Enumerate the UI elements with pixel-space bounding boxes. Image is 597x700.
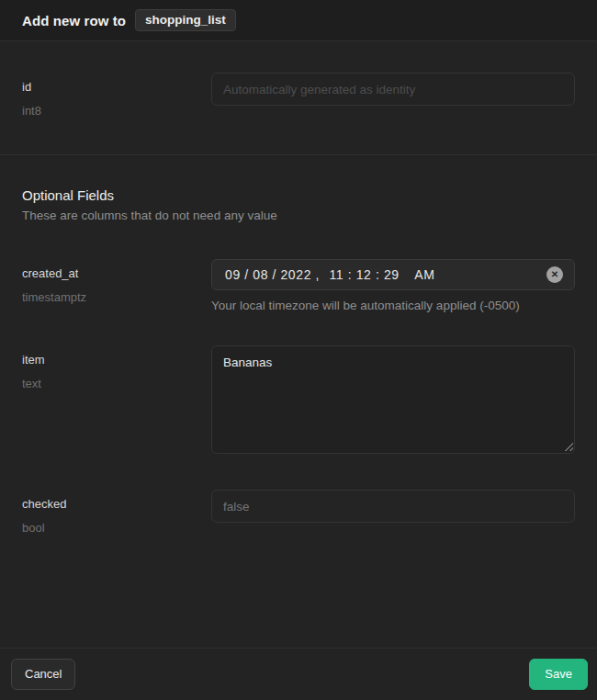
created-at-field-name: created_at (22, 266, 211, 281)
id-input-col (211, 73, 575, 118)
checked-input[interactable] (211, 490, 575, 523)
created-at-datetime-input[interactable]: 09 / 08 / 2022 , 11 : 12 : 29 AM ✕ (211, 259, 575, 290)
id-label-group: id int8 (22, 73, 211, 118)
id-field-type: int8 (22, 104, 211, 119)
checked-input-col (211, 490, 575, 535)
table-name-badge: shopping_list (135, 9, 236, 31)
panel-footer: Cancel Save (0, 648, 597, 700)
datetime-date-segment: 09 / 08 / 2022 , (225, 267, 320, 282)
created-at-field-type: timestamptz (22, 290, 211, 305)
field-row-id: id int8 (0, 73, 597, 118)
id-input[interactable] (211, 73, 575, 106)
panel-title: Add new row to (22, 13, 126, 28)
save-button[interactable]: Save (529, 659, 588, 690)
item-textarea[interactable]: Bananas (211, 345, 575, 454)
optional-fields-title: Optional Fields (22, 187, 575, 203)
item-input-col: Bananas (211, 345, 575, 454)
clear-icon: ✕ (551, 270, 558, 279)
item-label-group: item text (22, 345, 211, 454)
timezone-helper-text: Your local timezone will be automaticall… (211, 299, 575, 312)
cancel-button[interactable]: Cancel (11, 659, 75, 690)
optional-fields-section-header: Optional Fields These are columns that d… (0, 155, 597, 222)
id-field-name: id (22, 80, 211, 95)
checked-label-group: checked bool (22, 490, 211, 535)
item-field-name: item (22, 353, 211, 367)
panel-header: Add new row to shopping_list (0, 0, 597, 41)
optional-fields-subtitle: These are columns that do not need any v… (22, 209, 575, 222)
field-row-checked: checked bool (0, 490, 597, 535)
created-at-input-col: 09 / 08 / 2022 , 11 : 12 : 29 AM ✕ Your … (211, 259, 575, 312)
created-at-label-group: created_at timestamptz (22, 259, 211, 312)
clear-datetime-button[interactable]: ✕ (546, 266, 563, 283)
field-row-created-at: created_at timestamptz 09 / 08 / 2022 , … (0, 259, 597, 312)
item-field-type: text (22, 377, 211, 391)
checked-field-name: checked (22, 497, 211, 512)
add-row-panel: Add new row to shopping_list id int8 Opt… (0, 0, 597, 700)
datetime-time-segment: 11 : 12 : 29 (330, 267, 400, 282)
checked-field-type: bool (22, 521, 211, 536)
datetime-meridiem-segment: AM (414, 267, 434, 282)
datetime-value: 09 / 08 / 2022 , 11 : 12 : 29 AM (225, 267, 434, 282)
field-row-item: item text Bananas (0, 345, 597, 454)
